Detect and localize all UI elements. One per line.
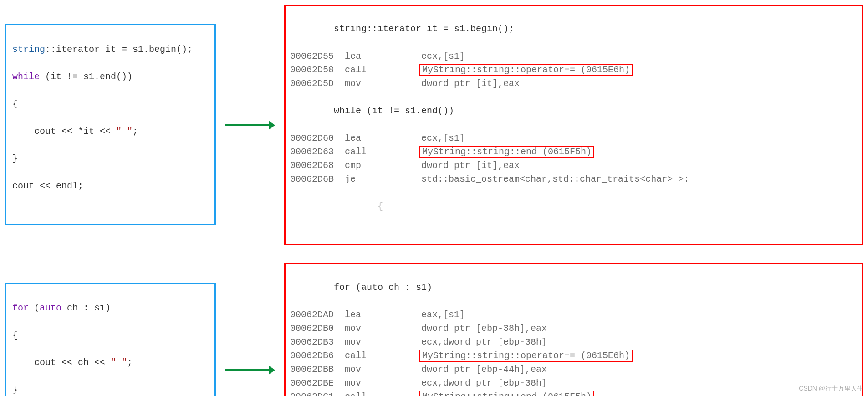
asm-source-line: string::iterator it = s1.begin(); xyxy=(290,22,858,36)
asm-line: 00062D5D mov dword ptr [it],eax xyxy=(290,77,858,91)
asm-line: 00062DBB mov dword ptr [ebp-44h],eax xyxy=(290,363,858,376)
arrow-connector-1 xyxy=(216,122,284,127)
asm-source-line: for (auto ch : s1) xyxy=(290,281,858,294)
asm-line-cut: { xyxy=(290,200,858,213)
code-line: } xyxy=(12,152,208,166)
token-string: " " xyxy=(116,126,133,137)
source-code-box-1: string::iterator it = s1.begin(); while … xyxy=(5,24,216,225)
token-type: string xyxy=(12,44,45,55)
code-line: while (it != s1.end()) xyxy=(12,70,208,84)
asm-line: 00062DB3 mov ecx,dword ptr [ebp-38h] xyxy=(290,335,858,349)
example-row-1: string::iterator it = s1.begin(); while … xyxy=(5,5,863,245)
asm-line: 00062DB6 call MyString::string::operator… xyxy=(290,349,858,363)
asm-line: 00062DBE mov ecx,dword ptr [ebp-38h] xyxy=(290,376,858,390)
code-line: cout << ch << " "; xyxy=(12,356,208,370)
asm-highlight: MyString::string::end (0615F5h) xyxy=(419,391,594,396)
asm-lines: 00062DAD lea eax,[s1]00062DB0 mov dword … xyxy=(290,308,858,396)
asm-source-line: while (it != s1.end()) xyxy=(290,104,858,118)
arrow-icon xyxy=(225,122,275,127)
asm-line: 00062D55 lea ecx,[s1] xyxy=(290,50,858,63)
token-keyword: while xyxy=(12,71,40,82)
asm-highlight: MyString::string::operator+= (0615E6h) xyxy=(419,350,633,362)
watermark: CSDN @行十万里人生 xyxy=(799,384,863,393)
example-row-2: for (auto ch : s1) { cout << ch << " "; … xyxy=(5,263,863,396)
asm-lines: 00062D60 lea ecx,[s1]00062D63 call MyStr… xyxy=(290,132,858,186)
asm-line: 00062DC1 call MyString::string::end (061… xyxy=(290,390,858,396)
code-line: cout << endl; xyxy=(12,179,208,193)
code-line: { xyxy=(12,97,208,111)
asm-line: 00062D63 call MyString::string::end (061… xyxy=(290,145,858,159)
code-line: for (auto ch : s1) xyxy=(12,301,208,315)
token-keyword: for xyxy=(12,303,29,313)
code-line: } xyxy=(12,383,208,396)
code-line: cout << *it << " "; xyxy=(12,125,208,138)
asm-highlight: MyString::string::operator+= (0615E6h) xyxy=(419,64,633,76)
token-keyword: auto xyxy=(40,303,61,313)
code-line: { xyxy=(12,329,208,342)
arrow-icon xyxy=(225,367,275,372)
asm-line: 00062D60 lea ecx,[s1] xyxy=(290,132,858,145)
arrow-connector-2 xyxy=(216,367,284,372)
asm-line: 00062D68 cmp dword ptr [it],eax xyxy=(290,159,858,173)
token-string: " " xyxy=(111,357,127,368)
disassembly-panel-1: string::iterator it = s1.begin(); 00062D… xyxy=(284,5,863,245)
asm-highlight: MyString::string::end (0615F5h) xyxy=(419,146,594,158)
source-code-box-2: for (auto ch : s1) { cout << ch << " "; … xyxy=(5,283,216,396)
asm-line: 00062D58 call MyString::string::operator… xyxy=(290,63,858,77)
asm-line: 00062DAD lea eax,[s1] xyxy=(290,308,858,322)
asm-line: 00062D6B je std::basic_ostream<char,std:… xyxy=(290,173,858,186)
code-line: string::iterator it = s1.begin(); xyxy=(12,43,208,56)
disassembly-panel-2: for (auto ch : s1) 00062DAD lea eax,[s1]… xyxy=(284,263,863,396)
asm-line: 00062DB0 mov dword ptr [ebp-38h],eax xyxy=(290,322,858,335)
asm-lines: 00062D55 lea ecx,[s1]00062D58 call MyStr… xyxy=(290,50,858,91)
